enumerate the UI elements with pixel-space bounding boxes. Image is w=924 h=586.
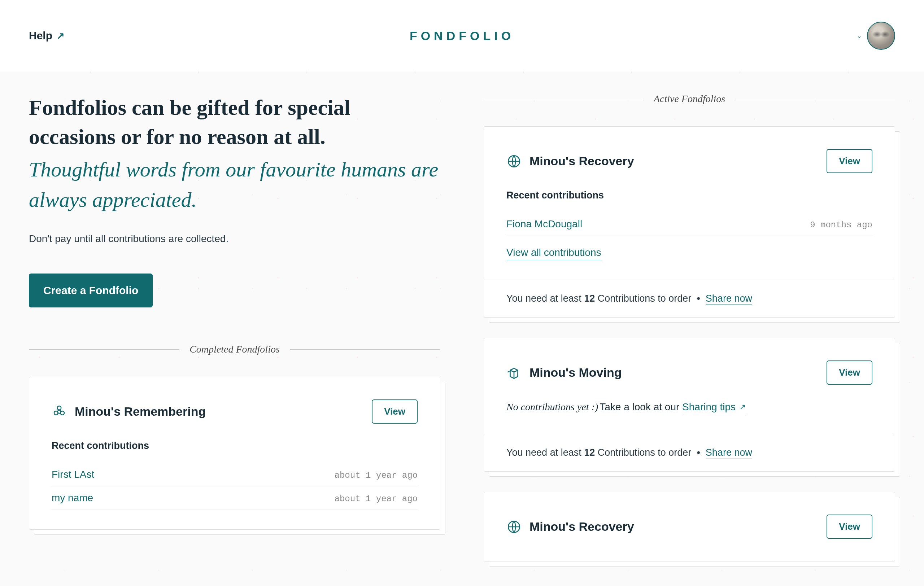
take-look-text: Take a look at our xyxy=(599,401,682,412)
view-button[interactable]: View xyxy=(827,515,872,539)
card-body: Minou's Remembering View Recent contribu… xyxy=(29,377,440,529)
hero-subtitle: Thoughtful words from our favourite huma… xyxy=(29,155,441,215)
card-body: Minou's Moving View No contributions yet… xyxy=(484,338,895,434)
main-content: Fondfolios can be gifted for special occ… xyxy=(0,71,924,586)
sharing-tips-link[interactable]: Sharing tips ↗ xyxy=(682,401,746,414)
completed-card: Minou's Remembering View Recent contribu… xyxy=(29,377,441,530)
help-link[interactable]: Help ↗ xyxy=(29,30,64,42)
card-title: Minou's Remembering xyxy=(75,405,206,418)
view-all-contributions-link[interactable]: View all contributions xyxy=(507,247,601,260)
avatar xyxy=(867,21,895,50)
card: Minou's Recovery View xyxy=(483,492,895,561)
contributor-name[interactable]: Fiona McDougall xyxy=(507,218,582,230)
need-prefix: You need at least xyxy=(507,293,584,304)
view-button[interactable]: View xyxy=(372,400,417,424)
completed-section-divider: Completed Fondfolios xyxy=(29,344,441,355)
external-link-icon: ↗ xyxy=(739,402,746,412)
flower-icon xyxy=(52,404,67,419)
card-title-wrap: Minou's Recovery xyxy=(507,154,634,169)
user-menu[interactable]: ⌄ xyxy=(856,21,895,50)
help-label: Help xyxy=(29,30,52,42)
card-title: Minou's Recovery xyxy=(530,154,634,168)
card-head: Minou's Recovery View xyxy=(507,515,872,539)
create-fondfolio-button[interactable]: Create a Fondfolio xyxy=(29,273,153,308)
card-title-wrap: Minou's Remembering xyxy=(52,404,206,419)
active-section-label: Active Fondfolios xyxy=(644,93,735,105)
card-head: Minou's Remembering View xyxy=(52,400,417,424)
view-button[interactable]: View xyxy=(827,149,872,173)
need-prefix: You need at least xyxy=(507,447,584,458)
card: Minou's Recovery View Recent contributio… xyxy=(483,126,895,318)
globe-icon xyxy=(507,154,521,169)
min-count: 12 xyxy=(584,293,595,304)
share-now-link[interactable]: Share now xyxy=(706,447,752,459)
contributor-name[interactable]: my name xyxy=(52,492,93,504)
need-suffix: Contributions to order xyxy=(595,447,691,458)
card-body: Minou's Recovery View Recent contributio… xyxy=(484,127,895,280)
card: Minou's Moving View No contributions yet… xyxy=(483,338,895,472)
moving-box-icon xyxy=(507,365,521,380)
chevron-down-icon: ⌄ xyxy=(856,32,862,40)
contribution-time: 9 months ago xyxy=(810,220,872,230)
svg-point-2 xyxy=(54,411,58,415)
contribution-row: First LAst about 1 year ago xyxy=(52,463,417,486)
hero-title: Fondfolios can be gifted for special occ… xyxy=(29,93,441,151)
card-title-wrap: Minou's Moving xyxy=(507,365,622,380)
active-card: Minou's Moving View No contributions yet… xyxy=(483,338,895,472)
active-card: Minou's Recovery View Recent contributio… xyxy=(483,126,895,318)
card-title: Minou's Recovery xyxy=(530,520,634,534)
card-body: Minou's Recovery View xyxy=(484,492,895,561)
card-title: Minou's Moving xyxy=(530,365,622,380)
completed-section-label: Completed Fondfolios xyxy=(179,344,290,355)
no-contributions-text: No contributions yet :) xyxy=(507,401,598,412)
contribution-time: about 1 year ago xyxy=(335,471,417,480)
card-footer: You need at least 12 Contributions to or… xyxy=(484,434,895,471)
need-suffix: Contributions to order xyxy=(595,293,691,304)
logo[interactable]: FONDFOLIO xyxy=(410,29,514,43)
sharing-tips-label: Sharing tips xyxy=(682,401,736,413)
external-link-icon: ↗ xyxy=(57,30,64,41)
contribution-row: Fiona McDougall 9 months ago xyxy=(507,212,872,236)
share-now-link[interactable]: Share now xyxy=(706,293,752,305)
no-contributions-row: No contributions yet :) Take a look at o… xyxy=(507,401,872,414)
active-section-divider: Active Fondfolios xyxy=(483,93,895,105)
svg-point-1 xyxy=(58,406,61,410)
card-footer: You need at least 12 Contributions to or… xyxy=(484,280,895,317)
contribution-time: about 1 year ago xyxy=(335,494,417,504)
contribution-row: my name about 1 year ago xyxy=(52,486,417,510)
card: Minou's Remembering View Recent contribu… xyxy=(29,377,441,530)
card-title-wrap: Minou's Recovery xyxy=(507,519,634,534)
left-column: Fondfolios can be gifted for special occ… xyxy=(29,93,441,582)
globe-icon xyxy=(507,519,521,534)
recent-contributions-label: Recent contributions xyxy=(507,190,872,201)
card-head: Minou's Moving View xyxy=(507,360,872,385)
view-button[interactable]: View xyxy=(827,360,872,385)
contributor-name[interactable]: First LAst xyxy=(52,469,94,480)
svg-point-3 xyxy=(61,411,64,415)
min-count: 12 xyxy=(584,447,595,458)
active-card: Minou's Recovery View xyxy=(483,492,895,561)
header: Help ↗ FONDFOLIO ⌄ xyxy=(0,0,924,71)
recent-contributions-label: Recent contributions xyxy=(52,440,417,451)
right-column: Active Fondfolios Min xyxy=(483,93,895,582)
hero-note: Don't pay until all contributions are co… xyxy=(29,233,441,245)
card-head: Minou's Recovery View xyxy=(507,149,872,173)
